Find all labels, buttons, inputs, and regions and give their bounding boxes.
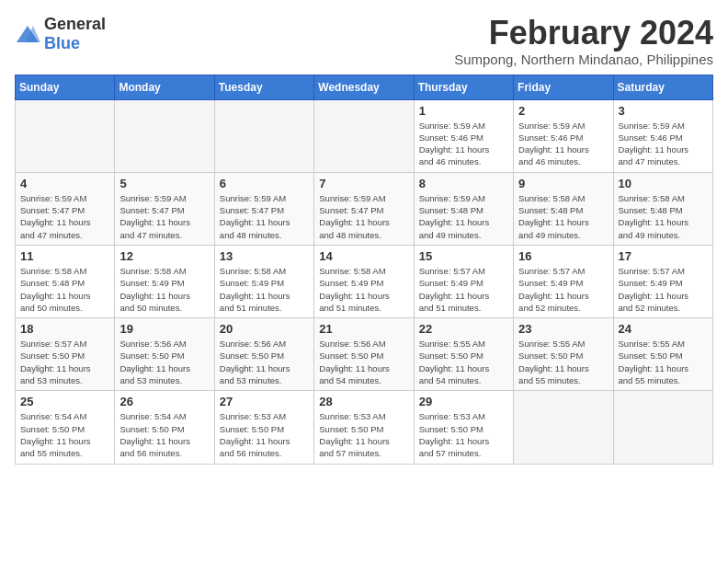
day-info: Sunrise: 5:55 AM Sunset: 5:50 PM Dayligh…	[419, 338, 508, 386]
day-info: Sunrise: 5:59 AM Sunset: 5:47 PM Dayligh…	[20, 192, 109, 241]
day-info: Sunrise: 5:58 AM Sunset: 5:49 PM Dayligh…	[220, 265, 309, 314]
day-info: Sunrise: 5:59 AM Sunset: 5:46 PM Dayligh…	[518, 120, 608, 168]
calendar-cell: 15Sunrise: 5:57 AM Sunset: 5:49 PM Dayli…	[414, 245, 513, 317]
calendar-cell: 9Sunrise: 5:58 AM Sunset: 5:48 PM Daylig…	[514, 172, 613, 245]
calendar-cell: 4Sunrise: 5:59 AM Sunset: 5:47 PM Daylig…	[16, 172, 115, 245]
day-number: 17	[619, 249, 708, 263]
calendar-cell: 2Sunrise: 5:59 AM Sunset: 5:46 PM Daylig…	[514, 99, 613, 172]
day-info: Sunrise: 5:57 AM Sunset: 5:50 PM Dayligh…	[20, 338, 109, 386]
day-info: Sunrise: 5:57 AM Sunset: 5:49 PM Dayligh…	[619, 265, 708, 314]
day-info: Sunrise: 5:59 AM Sunset: 5:47 PM Dayligh…	[119, 192, 209, 241]
calendar-cell: 14Sunrise: 5:58 AM Sunset: 5:49 PM Dayli…	[314, 245, 414, 317]
calendar-cell: 18Sunrise: 5:57 AM Sunset: 5:50 PM Dayli…	[16, 318, 115, 391]
logo-blue-text: Blue	[44, 34, 80, 52]
day-number: 27	[220, 395, 309, 408]
calendar-cell: 6Sunrise: 5:59 AM Sunset: 5:47 PM Daylig…	[214, 172, 313, 245]
day-number: 1	[419, 104, 508, 118]
day-number: 7	[319, 177, 408, 190]
calendar-cell: 1Sunrise: 5:59 AM Sunset: 5:46 PM Daylig…	[414, 99, 513, 172]
column-header-saturday: Saturday	[613, 75, 712, 99]
calendar-cell: 7Sunrise: 5:59 AM Sunset: 5:47 PM Daylig…	[314, 172, 414, 245]
calendar-cell: 23Sunrise: 5:55 AM Sunset: 5:50 PM Dayli…	[514, 318, 613, 391]
calendar-cell: 8Sunrise: 5:59 AM Sunset: 5:48 PM Daylig…	[414, 172, 513, 245]
calendar-cell: 3Sunrise: 5:59 AM Sunset: 5:46 PM Daylig…	[613, 99, 712, 172]
day-number: 12	[119, 249, 209, 263]
day-info: Sunrise: 5:59 AM Sunset: 5:46 PM Dayligh…	[619, 120, 708, 168]
day-info: Sunrise: 5:56 AM Sunset: 5:50 PM Dayligh…	[220, 338, 309, 386]
calendar-cell: 11Sunrise: 5:58 AM Sunset: 5:48 PM Dayli…	[16, 245, 115, 317]
calendar-cell	[16, 99, 115, 172]
day-number: 16	[518, 249, 608, 263]
day-info: Sunrise: 5:59 AM Sunset: 5:46 PM Dayligh…	[419, 120, 508, 168]
day-number: 9	[518, 177, 608, 190]
calendar-cell: 24Sunrise: 5:55 AM Sunset: 5:50 PM Dayli…	[613, 318, 712, 391]
calendar-cell	[613, 391, 712, 464]
calendar-cell: 29Sunrise: 5:53 AM Sunset: 5:50 PM Dayli…	[414, 391, 513, 464]
calendar-cell: 13Sunrise: 5:58 AM Sunset: 5:49 PM Dayli…	[214, 245, 313, 317]
day-info: Sunrise: 5:59 AM Sunset: 5:47 PM Dayligh…	[220, 192, 309, 241]
day-number: 6	[220, 177, 309, 190]
logo-general-text: General	[44, 15, 106, 33]
calendar-cell: 16Sunrise: 5:57 AM Sunset: 5:49 PM Dayli…	[514, 245, 613, 317]
day-info: Sunrise: 5:59 AM Sunset: 5:48 PM Dayligh…	[419, 192, 508, 241]
day-info: Sunrise: 5:53 AM Sunset: 5:50 PM Dayligh…	[220, 410, 309, 459]
day-info: Sunrise: 5:58 AM Sunset: 5:48 PM Dayligh…	[619, 192, 708, 241]
day-info: Sunrise: 5:59 AM Sunset: 5:47 PM Dayligh…	[319, 192, 408, 241]
day-number: 26	[119, 395, 209, 408]
calendar-table: SundayMondayTuesdayWednesdayThursdayFrid…	[15, 75, 713, 465]
day-info: Sunrise: 5:56 AM Sunset: 5:50 PM Dayligh…	[319, 338, 408, 386]
calendar-cell: 10Sunrise: 5:58 AM Sunset: 5:48 PM Dayli…	[613, 172, 712, 245]
day-info: Sunrise: 5:55 AM Sunset: 5:50 PM Dayligh…	[619, 338, 708, 386]
day-info: Sunrise: 5:55 AM Sunset: 5:50 PM Dayligh…	[518, 338, 608, 386]
day-info: Sunrise: 5:53 AM Sunset: 5:50 PM Dayligh…	[319, 410, 408, 459]
day-number: 13	[220, 249, 309, 263]
day-number: 11	[20, 249, 109, 263]
day-number: 25	[20, 395, 109, 408]
calendar-title: February 2024	[454, 15, 713, 52]
day-info: Sunrise: 5:57 AM Sunset: 5:49 PM Dayligh…	[419, 265, 508, 314]
day-number: 2	[518, 104, 608, 118]
day-info: Sunrise: 5:56 AM Sunset: 5:50 PM Dayligh…	[119, 338, 209, 386]
logo: General Blue	[15, 15, 106, 53]
day-info: Sunrise: 5:53 AM Sunset: 5:50 PM Dayligh…	[419, 410, 508, 459]
calendar-cell: 28Sunrise: 5:53 AM Sunset: 5:50 PM Dayli…	[314, 391, 414, 464]
day-number: 23	[518, 322, 608, 336]
calendar-cell: 21Sunrise: 5:56 AM Sunset: 5:50 PM Dayli…	[314, 318, 414, 391]
day-info: Sunrise: 5:58 AM Sunset: 5:49 PM Dayligh…	[319, 265, 408, 314]
day-number: 15	[419, 249, 508, 263]
day-info: Sunrise: 5:54 AM Sunset: 5:50 PM Dayligh…	[20, 410, 109, 459]
day-number: 28	[319, 395, 408, 408]
column-header-wednesday: Wednesday	[314, 75, 414, 99]
day-number: 20	[220, 322, 309, 336]
day-number: 3	[619, 104, 708, 118]
calendar-cell	[314, 99, 414, 172]
calendar-cell	[214, 99, 313, 172]
calendar-cell: 27Sunrise: 5:53 AM Sunset: 5:50 PM Dayli…	[214, 391, 313, 464]
calendar-cell: 26Sunrise: 5:54 AM Sunset: 5:50 PM Dayli…	[115, 391, 214, 464]
column-header-thursday: Thursday	[414, 75, 513, 99]
calendar-cell: 20Sunrise: 5:56 AM Sunset: 5:50 PM Dayli…	[214, 318, 313, 391]
calendar-cell: 22Sunrise: 5:55 AM Sunset: 5:50 PM Dayli…	[414, 318, 513, 391]
day-number: 4	[20, 177, 109, 190]
column-header-friday: Friday	[514, 75, 613, 99]
column-header-tuesday: Tuesday	[214, 75, 313, 99]
day-number: 19	[119, 322, 209, 336]
calendar-cell	[115, 99, 214, 172]
day-number: 5	[119, 177, 209, 190]
calendar-cell: 12Sunrise: 5:58 AM Sunset: 5:49 PM Dayli…	[115, 245, 214, 317]
column-header-sunday: Sunday	[16, 75, 115, 99]
day-info: Sunrise: 5:58 AM Sunset: 5:48 PM Dayligh…	[518, 192, 608, 241]
day-number: 8	[419, 177, 508, 190]
calendar-subtitle: Sumpong, Northern Mindanao, Philippines	[454, 52, 713, 67]
calendar-cell: 25Sunrise: 5:54 AM Sunset: 5:50 PM Dayli…	[16, 391, 115, 464]
day-number: 29	[419, 395, 508, 408]
calendar-cell: 5Sunrise: 5:59 AM Sunset: 5:47 PM Daylig…	[115, 172, 214, 245]
day-number: 22	[419, 322, 508, 336]
day-info: Sunrise: 5:57 AM Sunset: 5:49 PM Dayligh…	[518, 265, 608, 314]
calendar-cell	[514, 391, 613, 464]
day-number: 18	[20, 322, 109, 336]
day-info: Sunrise: 5:58 AM Sunset: 5:49 PM Dayligh…	[119, 265, 209, 314]
day-number: 24	[619, 322, 708, 336]
calendar-cell: 17Sunrise: 5:57 AM Sunset: 5:49 PM Dayli…	[613, 245, 712, 317]
day-number: 21	[319, 322, 408, 336]
